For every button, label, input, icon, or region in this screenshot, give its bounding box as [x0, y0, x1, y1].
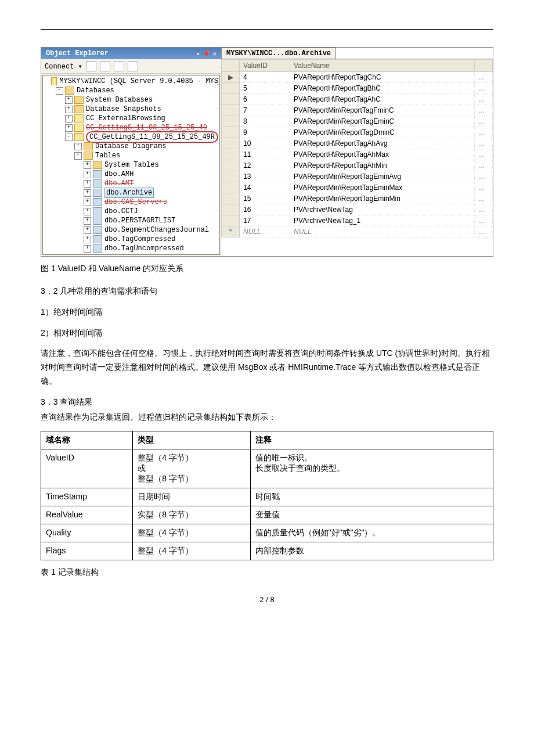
- cell-valueid[interactable]: 4: [240, 72, 290, 83]
- expand-toggle[interactable]: +: [84, 171, 91, 178]
- data-tab[interactable]: MYSKY\WINCC...dbo.Archive: [221, 48, 336, 59]
- expand-toggle[interactable]: +: [84, 208, 91, 215]
- tree-node[interactable]: +System Tables: [44, 160, 218, 170]
- grid-row[interactable]: 7PVAReportMin\ReportTagFminC...: [222, 105, 493, 116]
- expand-toggle[interactable]: -: [74, 152, 82, 160]
- cell-valuename[interactable]: PVAReportH\ReportTagAhC: [290, 94, 475, 105]
- cell-valuename[interactable]: PVAReportMin\ReportTagFminC: [290, 105, 475, 116]
- grid-row[interactable]: 17PVArchive\NewTag_1...: [222, 215, 493, 226]
- tree-node[interactable]: +dbo.CCTJ: [44, 207, 218, 216]
- tree-node[interactable]: +dbo.SegmentChangesJournal: [44, 225, 218, 235]
- data-grid[interactable]: ValueIDValueName▶4PVAReportH\ReportTagCh…: [221, 59, 493, 237]
- cell-valuename[interactable]: PVArchive\NewTag_1: [290, 215, 475, 226]
- folder-icon: [84, 152, 93, 160]
- cell-valueid[interactable]: NULL: [240, 226, 290, 237]
- expand-toggle[interactable]: +: [65, 115, 73, 123]
- grid-row[interactable]: 15PVAReportMin\ReportTagEminMin...: [222, 193, 493, 204]
- dropdown-icon[interactable]: ▾: [196, 50, 200, 57]
- expand-toggle[interactable]: +: [65, 96, 73, 104]
- tree-node[interactable]: +CC_ExternalBrowsing: [44, 114, 218, 123]
- grid-row[interactable]: 10PVAReportH\ReportTagAhAvg...: [222, 138, 493, 149]
- tree-node[interactable]: +dbo.Archive: [44, 188, 218, 197]
- grid-row[interactable]: 14PVAReportMin\ReportTagEminMax...: [222, 182, 493, 193]
- expand-toggle[interactable]: +: [84, 217, 91, 225]
- grid-row[interactable]: 5PVAReportH\ReportTagBhC...: [222, 83, 493, 94]
- cell-valueid[interactable]: 5: [240, 83, 290, 94]
- cell-valuename[interactable]: PVAReportH\ReportTagAhAvg: [290, 138, 475, 149]
- expand-toggle[interactable]: +: [84, 245, 91, 253]
- grid-row[interactable]: 12PVAReportH\ReportTagAhMin...: [222, 160, 493, 171]
- cell-valuename[interactable]: PVArchive\NewTag: [290, 204, 475, 215]
- close-icon[interactable]: ✕: [212, 50, 217, 57]
- cell-valueid[interactable]: 12: [240, 160, 290, 171]
- cell-valuename[interactable]: PVAReportH\ReportTagAhMax: [290, 149, 475, 160]
- grid-row[interactable]: 11PVAReportH\ReportTagAhMax...: [222, 149, 493, 160]
- tree-node[interactable]: +dbo.PERSTAGRTLIST: [44, 216, 218, 225]
- grid-row[interactable]: 13PVAReportMin\ReportTagEminAvg...: [222, 171, 493, 182]
- grid-column-header[interactable]: ValueID: [240, 60, 290, 72]
- tree-node[interactable]: -Tables: [44, 151, 218, 160]
- tree-node[interactable]: +Database Diagrams: [44, 142, 218, 151]
- tree-node[interactable]: +dbo.TagUncompressed: [44, 244, 218, 253]
- tree-node[interactable]: +dbo.CAS_Servers: [44, 197, 218, 207]
- toolbar-icon-3[interactable]: [114, 61, 124, 71]
- cell-valuename[interactable]: PVAReportMin\ReportTagEminMin: [290, 193, 475, 204]
- expand-toggle[interactable]: +: [84, 236, 91, 243]
- tree-node[interactable]: +dbo.AMH: [44, 170, 218, 179]
- expand-toggle[interactable]: +: [84, 189, 91, 197]
- cell-valuename[interactable]: PVAReportMin\ReportTagDminC: [290, 127, 475, 138]
- tree-node[interactable]: +Database Snapshots: [44, 105, 218, 114]
- cell-valueid[interactable]: 16: [240, 204, 290, 215]
- grid-row[interactable]: *NULLNULL...: [222, 226, 493, 237]
- expand-toggle[interactable]: +: [84, 199, 91, 206]
- cell-valueid[interactable]: 8: [240, 116, 290, 127]
- grid-row[interactable]: 9PVAReportMin\ReportTagDminC...: [222, 127, 493, 138]
- cell-valuename[interactable]: PVAReportMin\ReportTagEminC: [290, 116, 475, 127]
- pin-icon[interactable]: 📌: [202, 50, 210, 57]
- tree-node[interactable]: +dbo.AMT: [44, 179, 218, 188]
- cell-valueid[interactable]: 7: [240, 105, 290, 116]
- expand-toggle[interactable]: -: [56, 87, 63, 95]
- row-marker: *: [222, 226, 240, 237]
- tree-node[interactable]: MYSKY\WINCC (SQL Server 9.0.4035 - MYS: [44, 77, 218, 86]
- grid-row[interactable]: 6PVAReportH\ReportTagAhC...: [222, 94, 493, 105]
- tree-node-label: CC_ExternalBrowsing: [86, 114, 165, 123]
- cell-valueid[interactable]: 13: [240, 171, 290, 182]
- cell-valuename[interactable]: PVAReportH\ReportTagBhC: [290, 83, 475, 94]
- tree-node[interactable]: -Databases: [44, 86, 218, 95]
- toolbar-icon-2[interactable]: [100, 61, 110, 71]
- object-explorer-tree[interactable]: MYSKY\WINCC (SQL Server 9.0.4035 - MYS-D…: [42, 75, 220, 255]
- tree-node[interactable]: +dbo.TagCompressed: [44, 235, 218, 244]
- result-table-cell: ValueID: [41, 449, 133, 488]
- grid-row[interactable]: ▶4PVAReportH\ReportTagChC...: [222, 72, 493, 83]
- toolbar-icon-4[interactable]: [128, 61, 138, 71]
- cell-valueid[interactable]: 9: [240, 127, 290, 138]
- cell-valuename[interactable]: NULL: [290, 226, 475, 237]
- cell-valuename[interactable]: PVAReportH\ReportTagChC: [290, 72, 475, 83]
- grid-row[interactable]: 16PVArchive\NewTag...: [222, 204, 493, 215]
- toolbar-icon-1[interactable]: [86, 61, 96, 71]
- expand-toggle[interactable]: -: [65, 134, 73, 141]
- cell-valuename[interactable]: PVAReportMin\ReportTagEminAvg: [290, 171, 475, 182]
- result-table-header: 类型: [133, 431, 250, 449]
- tree-node[interactable]: -CC_GettingS_11_08_25_15_25_49R: [44, 132, 218, 142]
- cell-more: ...: [475, 83, 493, 94]
- expand-toggle[interactable]: +: [84, 161, 91, 169]
- cell-valueid[interactable]: 17: [240, 215, 290, 226]
- cell-valueid[interactable]: 15: [240, 193, 290, 204]
- grid-column-header[interactable]: ValueName: [290, 60, 475, 72]
- cell-valueid[interactable]: 11: [240, 149, 290, 160]
- cell-valuename[interactable]: PVAReportMin\ReportTagEminMax: [290, 182, 475, 193]
- expand-toggle[interactable]: +: [74, 143, 82, 150]
- cell-valueid[interactable]: 10: [240, 138, 290, 149]
- expand-toggle[interactable]: +: [84, 180, 91, 188]
- connect-button[interactable]: Connect ▾: [45, 62, 82, 71]
- expand-toggle[interactable]: +: [65, 124, 73, 132]
- expand-toggle[interactable]: +: [84, 226, 91, 234]
- tree-node[interactable]: +System Databases: [44, 95, 218, 105]
- cell-valueid[interactable]: 6: [240, 94, 290, 105]
- cell-valuename[interactable]: PVAReportH\ReportTagAhMin: [290, 160, 475, 171]
- cell-valueid[interactable]: 14: [240, 182, 290, 193]
- expand-toggle[interactable]: +: [65, 106, 73, 113]
- grid-row[interactable]: 8PVAReportMin\ReportTagEminC...: [222, 116, 493, 127]
